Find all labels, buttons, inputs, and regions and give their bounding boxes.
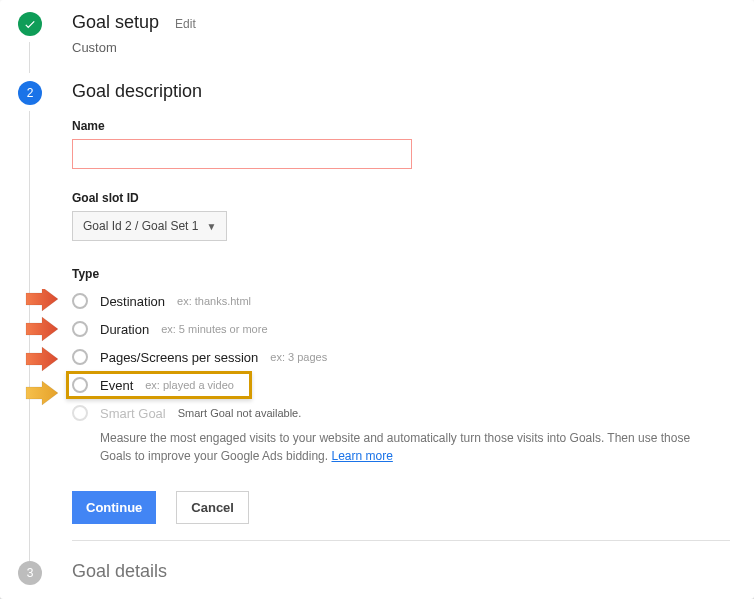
name-section: Name (72, 119, 730, 169)
type-pages[interactable]: Pages/Screens per session ex: 3 pages (72, 343, 730, 371)
step-done-badge (18, 12, 42, 36)
step1-subtitle: Custom (72, 40, 730, 55)
step-goal-description: 2 Goal description Name Goal slot ID Goa… (0, 81, 754, 561)
radio-hint: Smart Goal not available. (178, 407, 302, 419)
type-section: Type (72, 267, 730, 465)
cancel-button[interactable]: Cancel (176, 491, 249, 524)
step-pending-badge: 3 (18, 561, 42, 585)
learn-more-link[interactable]: Learn more (331, 449, 392, 463)
radio-hint: ex: thanks.html (177, 295, 251, 307)
goal-slot-value: Goal Id 2 / Goal Set 1 (83, 219, 198, 233)
radio-hint: ex: 3 pages (270, 351, 327, 363)
type-event[interactable]: Event ex: played a video (72, 371, 730, 399)
step3-title: Goal details (72, 561, 167, 582)
radio-label: Destination (100, 294, 165, 309)
radio-icon (72, 405, 88, 421)
radio-icon (72, 321, 88, 337)
radio-hint: ex: 5 minutes or more (161, 323, 267, 335)
goal-slot-dropdown[interactable]: Goal Id 2 / Goal Set 1 ▼ (72, 211, 227, 241)
radio-icon (72, 377, 88, 393)
radio-label: Pages/Screens per session (100, 350, 258, 365)
divider (72, 540, 730, 541)
step-goal-setup: Goal setup Edit Custom (0, 12, 754, 63)
annotation-arrow-yellow (24, 379, 60, 412)
goal-name-input[interactable] (72, 139, 412, 169)
step1-title: Goal setup (72, 12, 159, 33)
check-icon (23, 17, 37, 31)
name-label: Name (72, 119, 730, 133)
radio-label: Event (100, 378, 133, 393)
step-goal-details: 3 Goal details (0, 561, 754, 585)
radio-hint: ex: played a video (145, 379, 234, 391)
radio-label: Smart Goal (100, 406, 166, 421)
smart-goal-description: Measure the most engaged visits to your … (72, 429, 730, 465)
step2-title: Goal description (72, 81, 202, 102)
continue-button[interactable]: Continue (72, 491, 156, 524)
edit-link[interactable]: Edit (175, 17, 196, 31)
type-destination[interactable]: Destination ex: thanks.html (72, 287, 730, 315)
slot-section: Goal slot ID Goal Id 2 / Goal Set 1 ▼ (72, 191, 730, 241)
annotation-arrows-red (24, 289, 60, 384)
type-duration[interactable]: Duration ex: 5 minutes or more (72, 315, 730, 343)
radio-label: Duration (100, 322, 149, 337)
type-label: Type (72, 267, 730, 281)
caret-down-icon: ▼ (206, 221, 216, 232)
step-active-badge: 2 (18, 81, 42, 105)
connector-line (29, 42, 30, 73)
radio-icon (72, 293, 88, 309)
radio-icon (72, 349, 88, 365)
slot-label: Goal slot ID (72, 191, 730, 205)
type-smart-goal: Smart Goal Smart Goal not available. (72, 399, 730, 427)
